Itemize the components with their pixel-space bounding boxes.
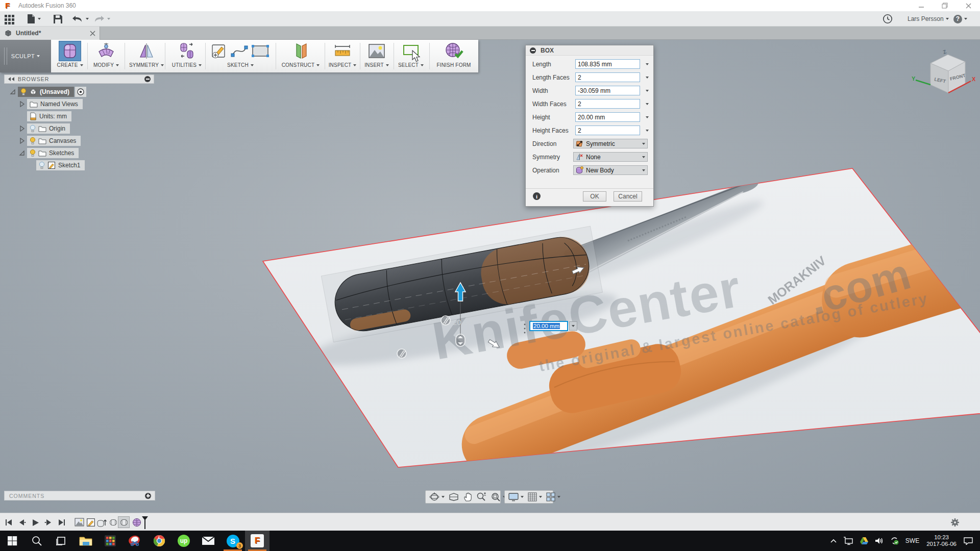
help-icon[interactable]: ? — [953, 15, 962, 23]
tray-network-icon[interactable] — [840, 531, 856, 551]
pan-icon[interactable] — [461, 491, 474, 503]
browser-minimize-icon[interactable] — [144, 76, 151, 82]
dimension-dropdown-icon[interactable] — [569, 321, 577, 331]
ribbon-group-symmetry[interactable]: SYMMETRY — [130, 40, 163, 72]
file-explorer-icon[interactable] — [74, 531, 98, 551]
look-at-icon[interactable] — [447, 491, 460, 503]
tray-language[interactable]: SWE — [902, 531, 922, 551]
tray-sync-icon[interactable] — [887, 531, 902, 551]
finish-form-button[interactable]: FINISH FORM — [431, 40, 476, 72]
workspace-mode-button[interactable]: SCULPT — [0, 40, 51, 72]
width-faces-field[interactable]: 2 — [575, 99, 640, 109]
height-faces-field[interactable]: 2 — [575, 126, 640, 135]
rectangle-sketch-icon[interactable] — [251, 44, 270, 58]
edit-form-icon[interactable] — [97, 42, 115, 60]
browser-row-origin[interactable]: Origin — [18, 123, 70, 134]
insert-image-icon[interactable] — [368, 43, 385, 59]
viewports-icon[interactable] — [545, 491, 562, 503]
length-faces-field[interactable]: 2 — [575, 72, 640, 82]
taskbar-search-icon[interactable] — [24, 531, 49, 551]
user-account-menu[interactable]: Lars Persson — [908, 13, 949, 24]
visibility-bulb-off-icon[interactable] — [39, 161, 45, 169]
length-dropdown-icon[interactable] — [643, 59, 651, 69]
mirror-symmetry-icon[interactable] — [138, 42, 155, 60]
measure-icon[interactable] — [333, 43, 352, 59]
collapse-browser-icon[interactable] — [8, 77, 15, 82]
visibility-bulb-icon[interactable] — [30, 149, 36, 157]
height-dimension-input[interactable]: 20.00 mm — [529, 321, 568, 331]
tray-volume-icon[interactable] — [872, 531, 887, 551]
task-view-icon[interactable] — [49, 531, 74, 551]
upwork-icon[interactable]: up — [172, 531, 196, 551]
symmetry-dropdown[interactable]: None — [573, 152, 648, 162]
app-grid-icon[interactable] — [4, 13, 15, 24]
timeline-go-to-start-button[interactable] — [3, 517, 14, 528]
file-menu-button[interactable] — [27, 13, 41, 24]
ribbon-group-construct[interactable]: CONSTRUCT — [278, 40, 324, 72]
cancel-button[interactable]: Cancel — [614, 191, 642, 202]
operation-dropdown[interactable]: New Body — [573, 165, 648, 175]
orbit-icon[interactable] — [428, 491, 446, 503]
create-sketch-icon[interactable] — [211, 43, 228, 59]
info-icon[interactable]: i — [533, 192, 541, 200]
height-field[interactable]: 20.00 mm — [575, 112, 640, 122]
ribbon-group-sketch[interactable]: SKETCH — [207, 40, 274, 72]
browser-row-units[interactable]: Units: mm — [27, 111, 71, 121]
tab-close-icon[interactable] — [90, 31, 95, 36]
direction-dropdown[interactable]: Symmetric — [573, 139, 648, 148]
ribbon-group-insert[interactable]: INSERT — [361, 40, 393, 72]
visibility-bulb-off-icon[interactable] — [30, 124, 36, 133]
minimize-button[interactable] — [910, 0, 933, 11]
timeline-step-forward-button[interactable] — [43, 517, 54, 528]
activate-component-radio[interactable] — [75, 87, 86, 97]
timeline-marker[interactable] — [141, 515, 149, 530]
construction-plane-icon[interactable] — [291, 42, 310, 60]
spline-icon[interactable] — [231, 44, 248, 58]
browser-row-named-views[interactable]: Named Views — [18, 99, 83, 109]
timeline-step-back-button[interactable] — [16, 517, 28, 528]
grid-settings-icon[interactable] — [526, 491, 544, 503]
tray-chevron-icon[interactable] — [827, 531, 840, 551]
height-faces-dropdown-icon[interactable] — [643, 126, 651, 135]
timeline-form-raise-feature[interactable] — [96, 516, 108, 528]
width-faces-dropdown-icon[interactable] — [643, 99, 651, 109]
collapsed-arrow-icon[interactable] — [18, 125, 26, 132]
restore-button[interactable] — [933, 0, 957, 11]
skype-icon[interactable]: S 3 — [220, 531, 245, 551]
expanded-arrow-icon[interactable] — [18, 149, 26, 157]
length-faces-dropdown-icon[interactable] — [643, 72, 651, 82]
browser-row-root[interactable]: (Unsaved) — [9, 87, 86, 97]
ribbon-group-modify[interactable]: MODIFY — [89, 40, 123, 72]
timeline-settings-gear-icon[interactable] — [949, 517, 961, 528]
viewport-canvas[interactable]: KnifeCenter .com MORAKNIV the original &… — [0, 40, 980, 513]
select-box-icon[interactable] — [402, 43, 420, 59]
chrome-icon[interactable] — [147, 531, 172, 551]
collapsed-arrow-icon[interactable] — [18, 101, 26, 108]
width-field[interactable]: -30.059 mm — [575, 86, 640, 95]
timeline-sketch-feature[interactable] — [85, 516, 96, 528]
length-field[interactable]: 108.835 mm — [575, 59, 640, 69]
timeline-play-button[interactable] — [30, 517, 41, 528]
mail-icon[interactable] — [196, 531, 220, 551]
screen-capture-app-icon[interactable] — [122, 531, 147, 551]
display-settings-icon[interactable] — [507, 491, 525, 503]
collapsed-arrow-icon[interactable] — [18, 137, 26, 144]
rotate-handle2-icon[interactable] — [397, 349, 406, 358]
finish-form-icon[interactable] — [444, 42, 463, 60]
fusion360-taskbar-icon[interactable]: F — [245, 531, 270, 551]
dialog-collapse-icon[interactable] — [530, 47, 536, 54]
job-status-icon[interactable] — [883, 13, 893, 24]
save-button[interactable] — [53, 13, 63, 24]
help-menu[interactable]: ? — [953, 13, 967, 24]
redo-button[interactable] — [93, 13, 110, 24]
undo-button[interactable] — [71, 13, 89, 24]
ribbon-group-select[interactable]: SELECT — [395, 40, 427, 72]
ok-button[interactable]: OK — [583, 191, 606, 202]
visibility-bulb-icon[interactable] — [30, 137, 36, 145]
browser-row-canvases[interactable]: Canvases — [18, 136, 81, 146]
browser-row-sketch1[interactable]: Sketch1 — [36, 160, 85, 170]
create-box-icon[interactable] — [59, 41, 81, 61]
height-dropdown-icon[interactable] — [643, 112, 651, 122]
rotate-handle-icon[interactable] — [441, 316, 450, 325]
zoom-icon[interactable] — [475, 491, 488, 503]
